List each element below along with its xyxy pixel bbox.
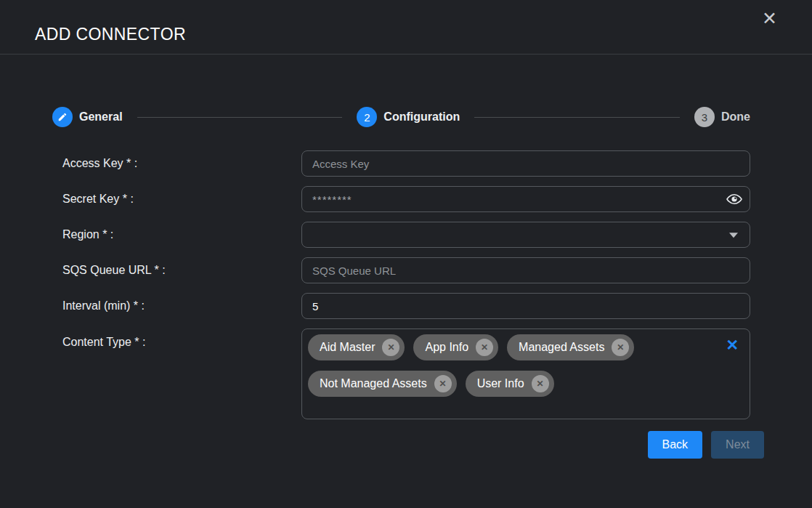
content-type-chip-list: Aid Master ✕ App Info ✕ Managed Assets ✕… [308, 334, 712, 397]
content-type-label: Content Type * : [62, 328, 301, 349]
modal-header: ADD CONNECTOR ✕ [0, 0, 812, 55]
chip-remove-icon[interactable]: ✕ [532, 375, 549, 392]
secret-key-input[interactable] [301, 186, 750, 212]
chip-label: Managed Assets [519, 341, 604, 354]
step-configuration-circle: 2 [357, 107, 377, 127]
pencil-icon [57, 112, 68, 122]
chip-label: App Info [425, 341, 468, 354]
add-connector-modal: ADD CONNECTOR ✕ General 2 Configuration … [0, 0, 812, 508]
content-type-chip: Not Managed Assets ✕ [308, 371, 457, 397]
access-key-row: Access Key * : [52, 150, 750, 177]
content-type-chip: Aid Master ✕ [308, 334, 405, 360]
modal-title: ADD CONNECTOR [35, 24, 186, 44]
step-configuration[interactable]: 2 Configuration [357, 107, 460, 127]
secret-key-row: Secret Key * : [52, 186, 750, 212]
next-button[interactable]: Next [711, 431, 764, 459]
access-key-label: Access Key * : [62, 157, 301, 170]
step-done-circle: 3 [694, 107, 715, 127]
content-type-chip: App Info ✕ [413, 334, 498, 360]
region-select[interactable] [301, 222, 750, 248]
chip-label: Aid Master [320, 341, 375, 354]
chip-label: Not Managed Assets [320, 377, 427, 390]
close-icon[interactable]: ✕ [762, 9, 777, 28]
chip-remove-icon[interactable]: ✕ [476, 339, 493, 356]
footer-actions: Back Next [52, 431, 764, 459]
content-type-chip: Managed Assets ✕ [507, 334, 634, 360]
sqs-queue-url-row: SQS Queue URL * : [52, 257, 750, 283]
sqs-queue-url-input[interactable] [301, 257, 750, 283]
caret-down-icon [729, 233, 738, 238]
interval-label: Interval (min) * : [62, 299, 301, 313]
step-general-label: General [79, 110, 123, 124]
region-label: Region * : [62, 228, 301, 241]
back-button[interactable]: Back [648, 431, 703, 459]
secret-key-label: Secret Key * : [62, 193, 301, 206]
clear-selection-icon[interactable]: ✕ [726, 337, 739, 352]
step-connector [474, 117, 680, 118]
chip-label: User Info [477, 377, 524, 390]
chip-remove-icon[interactable]: ✕ [612, 339, 629, 356]
step-connector [137, 117, 343, 118]
interval-row: Interval (min) * : [52, 293, 750, 319]
region-row: Region * : [52, 222, 750, 248]
interval-input[interactable] [301, 293, 750, 319]
step-general[interactable]: General [52, 107, 123, 127]
chip-remove-icon[interactable]: ✕ [382, 339, 399, 356]
chip-remove-icon[interactable]: ✕ [434, 375, 452, 392]
modal-body: General 2 Configuration 3 Done Access Ke… [0, 107, 812, 459]
step-done[interactable]: 3 Done [694, 107, 750, 127]
step-configuration-label: Configuration [383, 110, 460, 124]
access-key-input[interactable] [301, 150, 750, 177]
wizard-stepper: General 2 Configuration 3 Done [52, 107, 750, 127]
content-type-chip: User Info ✕ [466, 371, 554, 397]
configuration-form: Access Key * : Secret Key * : [52, 150, 750, 419]
content-type-row: Content Type * : Aid Master ✕ App Info ✕… [52, 328, 750, 419]
content-type-multiselect[interactable]: Aid Master ✕ App Info ✕ Managed Assets ✕… [301, 328, 750, 419]
eye-icon[interactable] [726, 194, 742, 205]
step-done-label: Done [721, 110, 750, 124]
sqs-queue-url-label: SQS Queue URL * : [62, 264, 301, 277]
step-general-circle [52, 107, 73, 127]
